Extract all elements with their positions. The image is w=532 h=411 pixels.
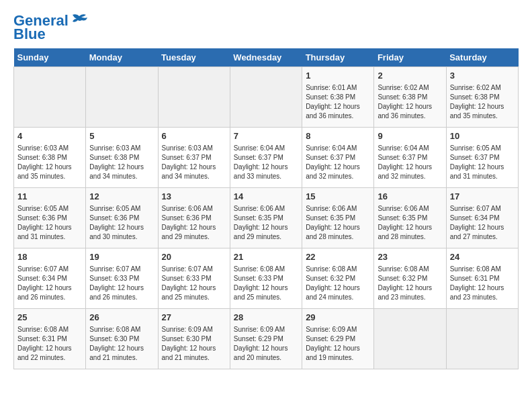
calendar-cell: 17Sunrise: 6:07 AMSunset: 6:34 PMDayligh… xyxy=(446,188,518,248)
page-header: General Blue xyxy=(13,13,519,42)
calendar-cell: 1Sunrise: 6:01 AMSunset: 6:38 PMDaylight… xyxy=(302,67,374,128)
day-detail: Sunrise: 6:06 AMSunset: 6:36 PMDaylight:… xyxy=(162,204,226,242)
logo-blue: Blue xyxy=(13,27,46,42)
day-number: 14 xyxy=(234,191,298,203)
day-detail: Sunrise: 6:07 AMSunset: 6:34 PMDaylight:… xyxy=(450,204,515,242)
day-detail: Sunrise: 6:08 AMSunset: 6:32 PMDaylight:… xyxy=(378,265,442,302)
calendar-cell: 19Sunrise: 6:07 AMSunset: 6:33 PMDayligh… xyxy=(86,248,158,309)
calendar-cell: 16Sunrise: 6:06 AMSunset: 6:35 PMDayligh… xyxy=(374,188,446,248)
day-number: 19 xyxy=(89,251,154,263)
day-number: 21 xyxy=(234,251,298,263)
day-number: 16 xyxy=(378,191,442,203)
day-detail: Sunrise: 6:02 AMSunset: 6:38 PMDaylight:… xyxy=(378,83,442,121)
day-detail: Sunrise: 6:08 AMSunset: 6:30 PMDaylight:… xyxy=(89,325,154,363)
day-detail: Sunrise: 6:08 AMSunset: 6:32 PMDaylight:… xyxy=(306,265,370,302)
day-number: 7 xyxy=(234,130,298,142)
calendar-week-1: 1Sunrise: 6:01 AMSunset: 6:38 PMDaylight… xyxy=(14,67,519,128)
column-header-sunday: Sunday xyxy=(14,48,86,67)
day-detail: Sunrise: 6:08 AMSunset: 6:31 PMDaylight:… xyxy=(17,325,82,363)
day-detail: Sunrise: 6:05 AMSunset: 6:36 PMDaylight:… xyxy=(89,204,154,242)
day-detail: Sunrise: 6:06 AMSunset: 6:35 PMDaylight:… xyxy=(378,204,442,242)
day-detail: Sunrise: 6:07 AMSunset: 6:33 PMDaylight:… xyxy=(89,265,154,302)
day-detail: Sunrise: 6:01 AMSunset: 6:38 PMDaylight:… xyxy=(306,83,370,121)
calendar-cell: 29Sunrise: 6:09 AMSunset: 6:29 PMDayligh… xyxy=(302,309,374,369)
day-number: 29 xyxy=(306,312,370,324)
day-number: 12 xyxy=(89,191,154,203)
calendar-cell: 9Sunrise: 6:04 AMSunset: 6:37 PMDaylight… xyxy=(374,128,446,188)
calendar-cell: 21Sunrise: 6:08 AMSunset: 6:33 PMDayligh… xyxy=(230,248,302,309)
calendar-week-3: 11Sunrise: 6:05 AMSunset: 6:36 PMDayligh… xyxy=(14,188,519,248)
day-detail: Sunrise: 6:03 AMSunset: 6:38 PMDaylight:… xyxy=(89,144,154,181)
day-detail: Sunrise: 6:04 AMSunset: 6:37 PMDaylight:… xyxy=(234,144,298,181)
day-number: 11 xyxy=(17,191,82,203)
calendar-cell: 24Sunrise: 6:08 AMSunset: 6:31 PMDayligh… xyxy=(446,248,518,309)
calendar-cell: 14Sunrise: 6:06 AMSunset: 6:35 PMDayligh… xyxy=(230,188,302,248)
calendar-cell: 10Sunrise: 6:05 AMSunset: 6:37 PMDayligh… xyxy=(446,128,518,188)
day-detail: Sunrise: 6:03 AMSunset: 6:37 PMDaylight:… xyxy=(162,144,226,181)
day-number: 15 xyxy=(306,191,370,203)
column-header-wednesday: Wednesday xyxy=(230,48,302,67)
day-detail: Sunrise: 6:09 AMSunset: 6:29 PMDaylight:… xyxy=(306,325,370,363)
calendar-cell: 27Sunrise: 6:09 AMSunset: 6:30 PMDayligh… xyxy=(158,309,230,369)
day-number: 8 xyxy=(306,130,370,142)
calendar-cell: 7Sunrise: 6:04 AMSunset: 6:37 PMDaylight… xyxy=(230,128,302,188)
calendar-week-4: 18Sunrise: 6:07 AMSunset: 6:34 PMDayligh… xyxy=(14,248,519,309)
day-detail: Sunrise: 6:07 AMSunset: 6:34 PMDaylight:… xyxy=(17,265,82,302)
day-detail: Sunrise: 6:06 AMSunset: 6:35 PMDaylight:… xyxy=(234,204,298,242)
calendar-cell xyxy=(86,67,158,128)
column-header-thursday: Thursday xyxy=(302,48,374,67)
calendar-cell: 15Sunrise: 6:06 AMSunset: 6:35 PMDayligh… xyxy=(302,188,374,248)
logo: General Blue xyxy=(13,13,89,42)
day-detail: Sunrise: 6:09 AMSunset: 6:29 PMDaylight:… xyxy=(234,325,298,363)
day-number: 17 xyxy=(450,191,515,203)
day-detail: Sunrise: 6:05 AMSunset: 6:36 PMDaylight:… xyxy=(17,204,82,242)
calendar-cell: 18Sunrise: 6:07 AMSunset: 6:34 PMDayligh… xyxy=(14,248,86,309)
calendar-week-2: 4Sunrise: 6:03 AMSunset: 6:38 PMDaylight… xyxy=(14,128,519,188)
day-detail: Sunrise: 6:08 AMSunset: 6:33 PMDaylight:… xyxy=(234,265,298,302)
day-detail: Sunrise: 6:07 AMSunset: 6:33 PMDaylight:… xyxy=(162,265,226,302)
day-number: 1 xyxy=(306,70,370,82)
day-number: 26 xyxy=(89,312,154,324)
calendar-cell: 2Sunrise: 6:02 AMSunset: 6:38 PMDaylight… xyxy=(374,67,446,128)
calendar-cell xyxy=(14,67,86,128)
calendar-cell xyxy=(230,67,302,128)
calendar-cell: 3Sunrise: 6:02 AMSunset: 6:38 PMDaylight… xyxy=(446,67,518,128)
day-number: 9 xyxy=(378,130,442,142)
calendar-cell: 26Sunrise: 6:08 AMSunset: 6:30 PMDayligh… xyxy=(86,309,158,369)
day-number: 20 xyxy=(162,251,226,263)
day-number: 6 xyxy=(162,130,226,142)
day-number: 10 xyxy=(450,130,515,142)
calendar-cell: 5Sunrise: 6:03 AMSunset: 6:38 PMDaylight… xyxy=(86,128,158,188)
column-header-tuesday: Tuesday xyxy=(158,48,230,67)
calendar-cell: 20Sunrise: 6:07 AMSunset: 6:33 PMDayligh… xyxy=(158,248,230,309)
calendar-cell: 25Sunrise: 6:08 AMSunset: 6:31 PMDayligh… xyxy=(14,309,86,369)
day-number: 13 xyxy=(162,191,226,203)
day-detail: Sunrise: 6:03 AMSunset: 6:38 PMDaylight:… xyxy=(17,144,82,181)
day-number: 5 xyxy=(89,130,154,142)
calendar-cell xyxy=(446,309,518,369)
day-number: 27 xyxy=(162,312,226,324)
calendar-cell: 11Sunrise: 6:05 AMSunset: 6:36 PMDayligh… xyxy=(14,188,86,248)
day-number: 28 xyxy=(234,312,298,324)
column-header-friday: Friday xyxy=(374,48,446,67)
day-detail: Sunrise: 6:04 AMSunset: 6:37 PMDaylight:… xyxy=(378,144,442,181)
calendar-table: SundayMondayTuesdayWednesdayThursdayFrid… xyxy=(13,48,519,369)
day-number: 18 xyxy=(17,251,82,263)
day-number: 3 xyxy=(450,70,515,82)
calendar-cell: 23Sunrise: 6:08 AMSunset: 6:32 PMDayligh… xyxy=(374,248,446,309)
calendar-week-5: 25Sunrise: 6:08 AMSunset: 6:31 PMDayligh… xyxy=(14,309,519,369)
day-number: 24 xyxy=(450,251,515,263)
day-detail: Sunrise: 6:08 AMSunset: 6:31 PMDaylight:… xyxy=(450,265,515,302)
day-detail: Sunrise: 6:05 AMSunset: 6:37 PMDaylight:… xyxy=(450,144,515,181)
day-detail: Sunrise: 6:09 AMSunset: 6:30 PMDaylight:… xyxy=(162,325,226,363)
day-number: 2 xyxy=(378,70,442,82)
day-detail: Sunrise: 6:06 AMSunset: 6:35 PMDaylight:… xyxy=(306,204,370,242)
calendar-header-row: SundayMondayTuesdayWednesdayThursdayFrid… xyxy=(14,48,519,67)
calendar-cell xyxy=(374,309,446,369)
calendar-cell: 4Sunrise: 6:03 AMSunset: 6:38 PMDaylight… xyxy=(14,128,86,188)
calendar-cell: 6Sunrise: 6:03 AMSunset: 6:37 PMDaylight… xyxy=(158,128,230,188)
day-detail: Sunrise: 6:04 AMSunset: 6:37 PMDaylight:… xyxy=(306,144,370,181)
day-number: 22 xyxy=(306,251,370,263)
calendar-cell: 28Sunrise: 6:09 AMSunset: 6:29 PMDayligh… xyxy=(230,309,302,369)
calendar-cell xyxy=(158,67,230,128)
